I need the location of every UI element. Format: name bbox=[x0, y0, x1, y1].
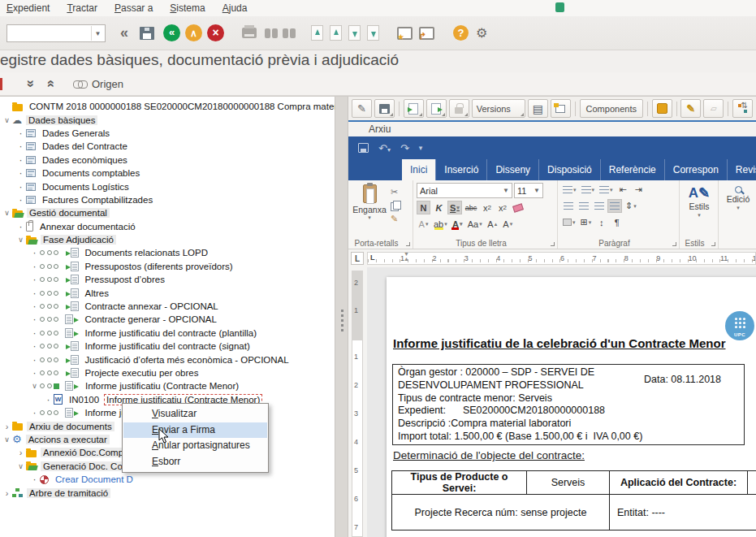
menu-item-tractar[interactable]: Tractar bbox=[62, 2, 102, 15]
chevron-right-icon[interactable]: › bbox=[2, 488, 12, 498]
font-color-button[interactable]: A▾ bbox=[451, 217, 464, 231]
tree-item[interactable]: ·Altres bbox=[0, 286, 335, 299]
previous-page-icon[interactable] bbox=[330, 25, 342, 41]
editing-button[interactable]: Edició ▾ bbox=[722, 183, 754, 211]
ribbon-tab-correspon[interactable]: Correspon bbox=[664, 159, 727, 180]
font-size-combo[interactable]: 11▼ bbox=[514, 183, 543, 198]
chevron-right-icon[interactable]: › bbox=[2, 422, 12, 431]
panel-splitter[interactable] bbox=[335, 97, 348, 537]
save-document-button[interactable] bbox=[374, 99, 395, 118]
horizontal-ruler[interactable]: L ▼▲ 123456789101112 bbox=[367, 252, 756, 265]
tree-item[interactable]: ·Dades econòmiques bbox=[0, 154, 335, 167]
tree-item[interactable]: ·Informe justificatiu del contracte (pla… bbox=[0, 327, 335, 340]
display-edit-button[interactable]: ✎ bbox=[352, 99, 372, 118]
align-left-button[interactable] bbox=[561, 199, 575, 213]
font-dialog-launcher-icon[interactable] bbox=[551, 242, 555, 246]
tree-item[interactable]: ∨Fase Adjudicació bbox=[0, 233, 335, 246]
collapse-all-icon[interactable]: » bbox=[23, 80, 39, 87]
numbering-button[interactable]: ▾ bbox=[580, 183, 597, 197]
versions-button[interactable]: Versions bbox=[472, 99, 525, 118]
tree-item[interactable]: ·Factures Comptabilitzades bbox=[0, 193, 335, 206]
collapse-toolbar-icon[interactable]: « bbox=[120, 24, 128, 41]
tree-item[interactable]: ·Contracte annexar - OPCIONAL bbox=[0, 300, 335, 313]
subscript-button[interactable]: x2 bbox=[480, 201, 494, 214]
find-icon[interactable] bbox=[265, 28, 270, 38]
last-page-icon[interactable] bbox=[367, 25, 379, 41]
chevron-down-icon[interactable]: ∨ bbox=[2, 116, 12, 124]
styles-button[interactable]: A✎ Estils ▾ bbox=[683, 183, 715, 219]
vertical-ruler[interactable]: 211234567 bbox=[348, 267, 367, 537]
chevron-down-icon[interactable]: ∨ bbox=[29, 382, 40, 390]
lock-button[interactable] bbox=[449, 99, 469, 118]
text-effects-button[interactable]: A▾ bbox=[417, 217, 430, 231]
save-button[interactable] bbox=[140, 27, 154, 40]
tree-item[interactable]: ·Documents comptables bbox=[0, 167, 335, 180]
context-menu-item-enviar-a-firma[interactable]: Enviar a Firma bbox=[123, 422, 267, 439]
show-marks-button[interactable]: ¶ bbox=[610, 215, 624, 229]
tree-item[interactable]: ·Informe justificatiu del contracte (sig… bbox=[0, 340, 335, 353]
document-info-button[interactable]: ▤ bbox=[528, 99, 548, 118]
italic-button[interactable]: K bbox=[432, 201, 446, 214]
chevron-down-icon[interactable]: ▼ bbox=[91, 26, 104, 41]
underline-button[interactable]: S▾ bbox=[447, 201, 462, 214]
menu-item-passar-a[interactable]: Passar a bbox=[110, 2, 158, 15]
sort-button[interactable]: ↕ bbox=[594, 215, 608, 229]
paragraph-dialog-launcher-icon[interactable] bbox=[672, 242, 676, 246]
tree-item[interactable]: ·Pressupostos (diferents proveïdors) bbox=[0, 260, 335, 273]
borders-button[interactable]: ⊞▾ bbox=[579, 215, 594, 229]
export-document-button[interactable] bbox=[426, 99, 447, 118]
multilevel-list-button[interactable]: ▾ bbox=[598, 183, 615, 197]
tree-item[interactable]: ∨Gestió documental bbox=[0, 206, 335, 219]
ribbon-tab-inici[interactable]: Inici bbox=[402, 159, 435, 180]
context-menu-item-anular-portasignatures[interactable]: Anular portasignatures bbox=[123, 438, 267, 454]
ribbon-tab-inserció[interactable]: Inserció bbox=[435, 159, 486, 180]
document-page[interactable]: UPC Informe justificatiu de la celebraci… bbox=[387, 277, 756, 537]
format-painter-icon[interactable]: ✎ bbox=[391, 214, 400, 224]
decrease-indent-button[interactable]: ⇤ bbox=[616, 183, 630, 197]
font-name-combo[interactable]: Arial▼ bbox=[417, 183, 512, 198]
clipboard-dialog-launcher-icon[interactable] bbox=[406, 242, 410, 246]
highlight-button[interactable] bbox=[652, 99, 672, 118]
redo-icon[interactable]: ↷ bbox=[400, 142, 409, 154]
tree-item[interactable]: ·Contracte generar - OPCIONAL bbox=[0, 313, 335, 326]
tree-item[interactable]: ·Justificació d’oferta més econòmica - O… bbox=[0, 353, 335, 366]
change-case-button[interactable]: Aa▾ bbox=[466, 217, 484, 231]
tree-item[interactable]: ∨☁Dades bàsiques bbox=[0, 113, 335, 126]
grow-font-button[interactable]: A▴ bbox=[486, 217, 499, 231]
align-center-button[interactable] bbox=[577, 199, 590, 213]
signature-button[interactable]: ✎ bbox=[680, 99, 701, 118]
quick-save-icon[interactable] bbox=[358, 143, 369, 153]
context-menu-item-esborr[interactable]: Esborr bbox=[123, 454, 267, 470]
ribbon-tab-disposició[interactable]: Disposició bbox=[538, 159, 600, 180]
chevron-down-icon[interactable]: ∨ bbox=[2, 435, 12, 444]
clear-formatting-button[interactable] bbox=[511, 201, 525, 214]
tree-item[interactable]: ·Annexar documentació bbox=[0, 220, 335, 233]
chevron-right-icon[interactable]: › bbox=[15, 448, 26, 457]
create-shortcut-icon[interactable]: ↱ bbox=[419, 27, 434, 40]
tree-item[interactable]: CONTM 2018 0000000188 SE020000CM20180000… bbox=[0, 100, 335, 113]
tab-selector[interactable]: L bbox=[351, 252, 364, 265]
customize-layout-icon[interactable]: ⚙ bbox=[476, 25, 487, 41]
origen-button[interactable]: Origen bbox=[92, 78, 123, 90]
tree-item[interactable]: ·Documents Logístics bbox=[0, 180, 335, 193]
paste-button[interactable]: Enganxa ▾ bbox=[352, 183, 387, 224]
bullets-button[interactable]: ▾ bbox=[561, 183, 578, 197]
justify-button[interactable] bbox=[607, 199, 622, 213]
menu-item-ajuda[interactable]: Ajuda bbox=[218, 2, 253, 15]
chevron-down-icon[interactable]: ∨ bbox=[15, 236, 26, 244]
menu-item-sistema[interactable]: Sistema bbox=[165, 2, 210, 15]
tree-item[interactable]: ›Arbre de tramitació bbox=[0, 486, 335, 499]
command-field[interactable]: ▼ bbox=[6, 24, 106, 42]
chevron-down-icon[interactable]: ∨ bbox=[15, 462, 26, 470]
context-menu-item-visualitzar[interactable]: Visualitzar bbox=[123, 406, 267, 422]
highlight-color-button[interactable]: ab▾ bbox=[432, 217, 449, 231]
structure-button[interactable] bbox=[551, 99, 571, 118]
tree-item[interactable]: ·Documents relacionats LOPD bbox=[0, 246, 335, 259]
superscript-button[interactable]: x2 bbox=[495, 201, 509, 214]
import-document-button[interactable] bbox=[404, 99, 424, 118]
tree-item[interactable]: ·Dades del Contracte bbox=[0, 140, 335, 153]
tree-item[interactable]: ·Pressupost d’obres bbox=[0, 273, 335, 286]
ribbon-tab-revisió[interactable]: Revisió bbox=[727, 159, 756, 180]
help-button[interactable]: ? bbox=[453, 25, 469, 41]
cut-icon[interactable]: ✂ bbox=[391, 187, 400, 197]
